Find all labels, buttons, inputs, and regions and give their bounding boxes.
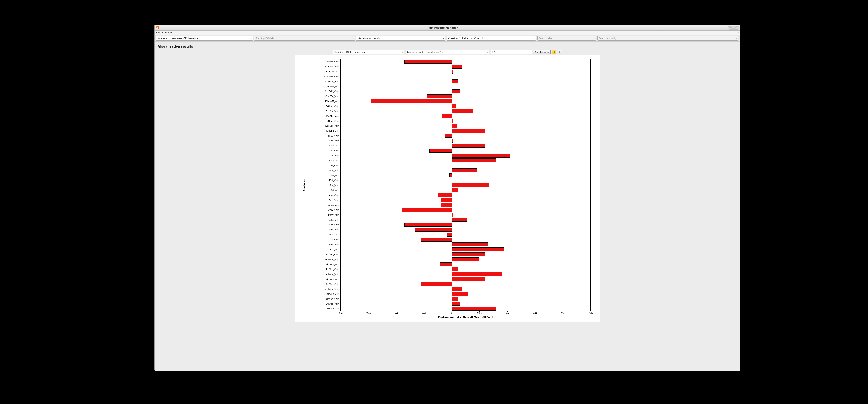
- section-title: Visualization results: [158, 45, 737, 48]
- plot-modality-dropdown[interactable]: Modality 1: MCIC_hammers_all: [333, 50, 404, 54]
- y-tick-label: rAcc_Vwm: [329, 224, 341, 226]
- y-tick-label: r4thVen_Vwm: [325, 254, 341, 256]
- chart-axes: lCbrWM_VwmlCbrWM_VgmlCbrWM_VcsfrCbeWM_Vw…: [340, 59, 591, 311]
- y-tick-label: lBst_Vwm: [329, 179, 340, 181]
- close-button[interactable]: ×: [736, 26, 739, 29]
- y-tick-label: lAcc_Vwm: [329, 238, 340, 241]
- plot-metric-dropdown[interactable]: Feature weights [Overall Mean (S...: [406, 50, 489, 54]
- bar: [439, 262, 452, 266]
- bar: [438, 193, 452, 197]
- y-tick-label: r4thVen_Vcsf: [326, 263, 341, 265]
- y-tick-label: lExtCbe_Vgm: [326, 125, 341, 127]
- bar: [421, 238, 452, 241]
- analysis-dropdown[interactable]: Analysis 1 [ hammers_GM_baseline ]: [156, 36, 253, 41]
- bar: [452, 178, 452, 182]
- y-tick-label: rAmy_Vcsf: [329, 204, 341, 206]
- plot-range-dropdown[interactable]: 1:51: [491, 50, 532, 54]
- view-dropdown[interactable]: Visualization results: [356, 36, 445, 41]
- bar: [445, 134, 452, 138]
- bar: [452, 74, 452, 78]
- y-tick-label: lCau_Vcsf: [329, 160, 340, 162]
- label-dropdown: Select Label: [537, 36, 596, 41]
- y-tick-label: rCbeWM_Vwm: [324, 75, 340, 77]
- maximize-button[interactable]: ▫: [732, 26, 735, 29]
- main-toolbar: Analysis 1 [ hammers_GM_baseline ] Train…: [155, 35, 740, 42]
- window-title: NM Results Manager: [159, 26, 728, 29]
- y-tick-label: r3thVen_Vcsf: [326, 293, 341, 295]
- y-tick-label: lExtCbe_Vcsf: [326, 130, 341, 132]
- bar: [452, 168, 477, 172]
- bar: [452, 79, 459, 83]
- y-tick-label: lCbeWM_Vwm: [324, 90, 341, 92]
- y-tick-label: rCbeWM_Vgm: [324, 80, 340, 82]
- y-tick-label: rExtCbe_Vgm: [325, 110, 340, 112]
- y-tick-label: lCau_Vgm: [329, 155, 340, 157]
- bar: [452, 277, 485, 281]
- y-tick-label: lCbeWM_Vgm: [325, 95, 341, 97]
- y-tick-label: lCau_Vwm: [329, 149, 340, 152]
- bar: [452, 287, 462, 291]
- bar: [452, 163, 452, 167]
- x-tick-label: -0.05: [421, 311, 427, 314]
- f-button[interactable]: F: [558, 50, 562, 54]
- bar: [452, 213, 453, 217]
- plot-toolbar: Modality 1: MCIC_hammers_all Feature wei…: [158, 50, 737, 54]
- y-tick-label: lCbrWM_Vcsf: [326, 70, 340, 73]
- y-tick-label: l3thVen_Vwm: [325, 298, 341, 300]
- y-tick-label: lBst_Vgm: [330, 184, 340, 186]
- y-tick-label: rExtCbe_Vwm: [325, 105, 340, 107]
- bar: [452, 257, 479, 261]
- bar: [452, 297, 459, 301]
- y-tick-label: rCau_Vcsf: [329, 144, 341, 147]
- y-tick-label: l4thVen_Vgm: [326, 273, 340, 275]
- bar: [452, 292, 468, 296]
- svg-marker-0: [156, 27, 158, 29]
- bar: [404, 223, 452, 227]
- x-tick-label: 0: [451, 311, 452, 314]
- y-tick-label: rCbeWM_Vcsf: [325, 85, 341, 88]
- y-tick-label: lCbrWM_Vgm: [325, 66, 340, 68]
- content-area: Visualization results Modality 1: MCIC_h…: [155, 42, 740, 371]
- bar: [452, 154, 510, 158]
- y-tick-label: rCau_Vwm: [328, 135, 341, 137]
- window-controls: ‒ ▫ ×: [728, 26, 739, 30]
- y-tick-label: lAmy_Vwm: [328, 209, 341, 211]
- bar: [452, 159, 496, 162]
- bar: [452, 267, 459, 271]
- y-tick-label: l3thVen_Vcsf: [326, 308, 340, 310]
- y-tick-label: rAmy_Vwm: [328, 194, 340, 196]
- bar: [414, 228, 452, 232]
- feature-weights-chart: lCbrWM_VwmlCbrWM_VgmlCbrWM_VcsfrCbeWM_Vw…: [294, 55, 600, 323]
- y-tick-label: lAcc_Vcsf: [330, 248, 340, 250]
- bar: [402, 208, 452, 212]
- titlebar: NM Results Manager ‒ ▫ ×: [155, 25, 740, 31]
- bar: [452, 104, 456, 108]
- menubar: File Compare ↘: [155, 31, 740, 35]
- classifier-dropdown[interactable]: Classifier 1: Patient vs Control: [447, 36, 536, 41]
- desktop: NM Results Manager ‒ ▫ × File Compare ↘ …: [0, 0, 868, 404]
- y-tick-label: l4thVen_Vwm: [325, 268, 341, 270]
- bar: [404, 60, 452, 64]
- bar: [452, 70, 453, 73]
- y-tick-label: rAmy_Vgm: [328, 199, 341, 201]
- y-tick-label: r3thVen_Vgm: [325, 288, 341, 290]
- menu-compare[interactable]: Compare: [162, 31, 173, 34]
- bar: [371, 99, 452, 103]
- minimize-button[interactable]: ‒: [728, 26, 732, 29]
- y-tick-label: rAcc_Vgm: [329, 229, 341, 231]
- e-button[interactable]: E: [552, 50, 556, 54]
- x-tick-label: 0.2: [561, 311, 565, 314]
- bar: [452, 119, 453, 123]
- x-axis-label: Feature weights [Overall Mean (StErr)]: [438, 315, 493, 318]
- y-tick-label: r4thVen_Vgm: [325, 258, 341, 261]
- sort-features-button[interactable]: Sort features: [533, 50, 551, 54]
- menu-overflow-icon[interactable]: ↘: [737, 31, 739, 34]
- menu-file[interactable]: File: [156, 31, 159, 34]
- y-tick-label: rBst_Vwm: [329, 164, 341, 167]
- bar: [452, 89, 460, 93]
- y-tick-label: lBst_Vcsf: [330, 189, 340, 191]
- x-tick-label: 0.25: [588, 311, 593, 314]
- bar: [452, 247, 505, 251]
- data-dropdown: Training/CV data: [254, 36, 355, 41]
- y-axis-label: Features: [303, 179, 305, 191]
